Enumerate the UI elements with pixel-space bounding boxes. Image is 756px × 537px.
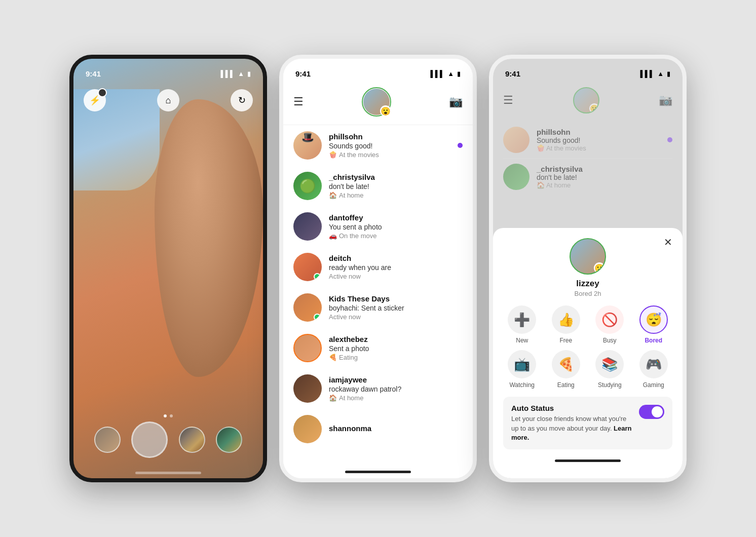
camera-button[interactable]: 📷 — [449, 95, 463, 108]
eating-status-button[interactable]: 🍕 — [552, 350, 580, 378]
home-indicator — [135, 472, 201, 474]
messages-header: ☰ 😮 📷 — [283, 81, 473, 125]
status-emoji: 🏠 — [329, 394, 337, 402]
status-text: At the movies — [339, 151, 379, 159]
busy-status-button[interactable]: 🚫 — [595, 305, 624, 334]
status-icons: ▌▌▌ ▲ ▮ — [220, 70, 251, 78]
home-button[interactable]: ⌂ — [157, 89, 179, 111]
message-content: alexthebez Sent a photo 🍕 Eating — [329, 335, 463, 361]
signal-icon: ▌▌▌ — [220, 70, 235, 78]
auto-status-description: Let your close friends know what you're … — [511, 414, 634, 442]
status-option-busy[interactable]: 🚫 Busy — [591, 305, 629, 344]
new-status-button[interactable]: ➕ — [508, 305, 536, 334]
list-item[interactable]: dantoffey You sent a photo 🚗 On the move — [283, 206, 473, 247]
status-modal: ✕ 😮 lizzey Bored 2h ➕ New 👍 Free — [493, 228, 683, 478]
bored-status-button[interactable]: 😴 — [639, 305, 668, 334]
status-text: At home — [339, 394, 363, 402]
learn-more-link[interactable]: Learn more. — [511, 425, 632, 441]
message-status: 🏠 At home — [329, 394, 463, 402]
avatar — [293, 212, 322, 241]
message-content: dantoffey You sent a photo 🚗 On the move — [329, 213, 463, 240]
list-item[interactable]: 🟢 _christysilva don't be late! 🏠 At home — [283, 166, 473, 206]
avatar-emoji-badge: 😮 — [380, 105, 391, 117]
avatar — [293, 374, 322, 403]
wifi-icon: ▲ — [238, 70, 244, 78]
active-status-dot — [314, 273, 321, 280]
phone-messages: 9:41 ▌▌▌ ▲ ▮ ☰ 😮 📷 🎩 — [279, 55, 477, 482]
signal-icon: ▌▌▌ — [430, 70, 444, 78]
bored-label: Bored — [645, 337, 662, 344]
watching-status-button[interactable]: 📺 — [508, 350, 536, 378]
username: iamjaywee — [329, 375, 463, 384]
username: Kids These Days — [329, 294, 463, 303]
face-detail — [293, 131, 322, 160]
status-time: 9:41 — [86, 69, 101, 78]
message-content: phillsohn Sounds good! 🍿 At the movies — [329, 132, 450, 159]
status-bar: 9:41 ▌▌▌ ▲ ▮ — [493, 59, 683, 81]
message-preview: You sent a photo — [329, 223, 463, 231]
username: alexthebez — [329, 335, 463, 343]
face-detail: 🟢 — [293, 172, 322, 200]
message-status: Active now — [329, 313, 463, 321]
list-item[interactable]: shannonma — [283, 409, 473, 449]
active-status-dot — [314, 314, 321, 321]
list-item[interactable]: 🎩 phillsohn Sounds good! 🍿 At the movies — [283, 125, 473, 166]
home-icon: ⌂ — [166, 95, 171, 106]
eating-label: Eating — [557, 381, 575, 389]
message-preview: rockaway dawn patrol? — [329, 385, 463, 393]
status-option-studying[interactable]: 📚 Studying — [591, 350, 629, 389]
list-item[interactable]: Kids These Days boyhachi: Sent a sticker… — [283, 287, 473, 328]
menu-button[interactable]: ☰ — [293, 95, 304, 108]
studying-status-button[interactable]: 📚 — [595, 350, 624, 378]
status-emoji: 🍿 — [329, 151, 337, 159]
status-text: At home — [339, 191, 363, 199]
dot-1 — [164, 414, 167, 417]
avatar — [293, 253, 322, 281]
story-thumb-1[interactable] — [94, 427, 121, 453]
gaming-status-button[interactable]: 🎮 — [639, 350, 668, 378]
free-label: Free — [559, 337, 572, 344]
list-item[interactable]: iamjaywee rockaway dawn patrol? 🏠 At hom… — [283, 368, 473, 409]
messages-list: 🎩 phillsohn Sounds good! 🍿 At the movies… — [283, 125, 473, 465]
status-emoji: 🏠 — [329, 191, 337, 199]
username: shannonma — [329, 424, 463, 433]
list-item[interactable]: alexthebez Sent a photo 🍕 Eating — [283, 328, 473, 368]
status-option-eating[interactable]: 🍕 Eating — [547, 350, 585, 389]
status-option-watching[interactable]: 📺 Watching — [503, 350, 541, 389]
flip-camera-button[interactable]: ↻ — [231, 89, 253, 111]
messages-screen: 9:41 ▌▌▌ ▲ ▮ ☰ 😮 📷 🎩 — [283, 59, 473, 478]
story-thumb-2[interactable] — [179, 427, 205, 453]
gaming-label: Gaming — [643, 381, 664, 389]
avatar: 🎩 — [293, 131, 322, 160]
auto-status-toggle[interactable] — [639, 405, 664, 419]
modal-status: Bored 2h — [575, 290, 601, 297]
avatar — [293, 415, 322, 443]
message-status: 🍕 Eating — [329, 354, 463, 361]
status-time: 9:41 — [505, 69, 520, 78]
username: _christysilva — [329, 173, 463, 181]
story-thumb-3[interactable] — [216, 427, 242, 453]
message-status: 🏠 At home — [329, 191, 463, 199]
list-item[interactable]: deitch ready when you are Active now — [283, 247, 473, 287]
shutter-button[interactable] — [131, 421, 168, 458]
wifi-icon: ▲ — [657, 70, 664, 78]
status-option-free[interactable]: 👍 Free — [547, 305, 585, 344]
free-status-button[interactable]: 👍 — [552, 305, 580, 334]
modal-close-button[interactable]: ✕ — [664, 236, 672, 248]
status-bar: 9:41 ▌▌▌ ▲ ▮ — [283, 59, 473, 81]
avatar-wrapper — [293, 334, 322, 362]
flip-icon: ↻ — [238, 95, 246, 106]
flash-button[interactable]: ⚡ — [84, 89, 106, 111]
message-preview: don't be late! — [329, 182, 463, 190]
status-option-new[interactable]: ➕ New — [503, 305, 541, 344]
message-content: _christysilva don't be late! 🏠 At home — [329, 173, 463, 199]
user-avatar-container[interactable]: 😮 — [362, 87, 391, 117]
home-bar — [345, 471, 411, 473]
status-bar: 9:41 ▌▌▌ ▲ ▮ — [73, 59, 263, 81]
battery-icon: ▮ — [457, 70, 461, 78]
status-option-bored[interactable]: 😴 Bored — [635, 305, 673, 344]
message-content: Kids These Days boyhachi: Sent a sticker… — [329, 294, 463, 321]
status-text: Active now — [329, 273, 361, 280]
phone-camera: 9:41 ▌▌▌ ▲ ▮ ⚡ ⌂ ↻ — [69, 55, 267, 482]
status-option-gaming[interactable]: 🎮 Gaming — [635, 350, 673, 389]
